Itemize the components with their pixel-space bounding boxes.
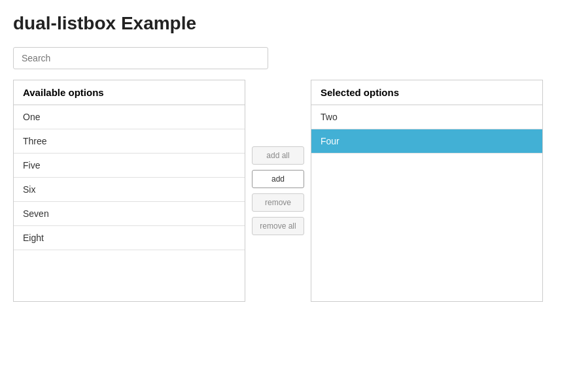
list-item[interactable]: Four <box>311 129 542 154</box>
list-item[interactable]: Three <box>14 129 245 154</box>
search-input[interactable] <box>13 47 268 69</box>
selected-panel: Selected options TwoFour <box>311 80 543 302</box>
list-item[interactable]: Five <box>14 154 245 178</box>
available-items-list: OneThreeFiveSixSevenEight <box>14 105 245 301</box>
available-panel: Available options OneThreeFiveSixSevenEi… <box>13 80 245 302</box>
selected-header: Selected options <box>311 80 542 105</box>
add-button[interactable]: add <box>252 170 304 188</box>
available-header: Available options <box>14 80 245 105</box>
remove-all-button[interactable]: remove all <box>252 217 304 235</box>
dual-listbox: Available options OneThreeFiveSixSevenEi… <box>13 80 562 302</box>
list-item[interactable]: Seven <box>14 202 245 226</box>
list-item[interactable]: Eight <box>14 226 245 250</box>
list-item[interactable]: One <box>14 105 245 129</box>
list-item[interactable]: Two <box>311 105 542 129</box>
transfer-controls: add all add remove remove all <box>245 80 311 302</box>
remove-button[interactable]: remove <box>252 193 304 212</box>
selected-items-list: TwoFour <box>311 105 542 301</box>
page-title: dual-listbox Example <box>13 13 562 34</box>
list-item[interactable]: Six <box>14 178 245 202</box>
add-all-button[interactable]: add all <box>252 146 304 165</box>
